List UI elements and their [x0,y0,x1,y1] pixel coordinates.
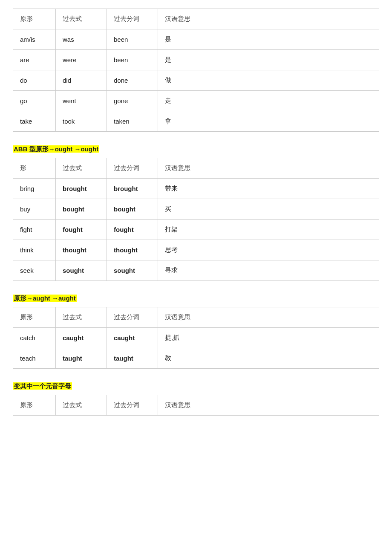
cell-guoqu-strong: fought [63,226,83,233]
col-header-guoqu: 过去式 [56,395,107,416]
table-header-row: 原形 过去式 过去分词 汉语意思 [13,307,379,328]
col-header-yuanxing: 原形 [13,9,56,29]
cell-guoqu-strong: thought [63,246,86,254]
cell-yuanxing: buy [13,199,56,220]
table-header-row: 原形 过去式 过去分词 汉语意思 [13,395,379,416]
section-title-vowel: 变其中一个元音字母 [13,382,379,390]
cell-guoqu-strong: taught [63,355,82,362]
col-header-guoqu: 过去式 [56,307,107,328]
cell-guoqu: thought [56,240,107,260]
cell-hanyu: 拿 [158,111,379,132]
cell-guoqufen-strong: caught [114,334,135,341]
col-header-hanyu: 汉语意思 [158,9,379,29]
cell-guoqufen: done [107,70,158,91]
cell-guoqufen: caught [107,328,158,348]
title-highlight-aught: 原形→aught →aught [13,295,77,302]
cell-guoqu: took [56,111,107,132]
cell-hanyu: 寻求 [158,260,379,281]
cell-guoqu: sought [56,260,107,281]
cell-hanyu: 思考 [158,240,379,260]
section-abb-ought: ABB 型原形→ought →ought 形 过去式 过去分词 汉语意思 bri… [13,145,379,281]
cell-hanyu: 是 [158,29,379,50]
cell-hanyu: 走 [158,91,379,111]
col-header-guoqu: 过去式 [56,158,107,179]
table-row: are were been 是 [13,50,379,70]
cell-guoqufen: been [107,50,158,70]
cell-guoqu-strong: brought [63,185,87,192]
cell-guoqu: was [56,29,107,50]
table-basic-verbs: 原形 过去式 过去分词 汉语意思 am/is was been 是 are we… [13,9,379,132]
cell-yuanxing: think [13,240,56,260]
cell-hanyu: 带来 [158,179,379,199]
cell-guoqu: were [56,50,107,70]
table-aught: 原形 过去式 过去分词 汉语意思 catch caught caught 捉,抓… [13,307,379,369]
cell-guoqu: bought [56,199,107,220]
cell-hanyu: 是 [158,50,379,70]
table-row: do did done 做 [13,70,379,91]
col-header-guoqufen: 过去分词 [107,9,158,29]
table-row: seek sought sought 寻求 [13,260,379,281]
cell-hanyu: 打架 [158,220,379,240]
table-row: teach taught taught 教 [13,348,379,369]
cell-guoqufen: been [107,29,158,50]
table-row: am/is was been 是 [13,29,379,50]
cell-guoqufen: taken [107,111,158,132]
section-title-aught: 原形→aught →aught [13,294,379,303]
table-row: fight fought fought 打架 [13,220,379,240]
table-header-row: 形 过去式 过去分词 汉语意思 [13,158,379,179]
table-row: buy bought bought 买 [13,199,379,220]
title-highlight-vowel: 变其中一个元音字母 [13,382,72,390]
col-header-guoqufen: 过去分词 [107,395,158,416]
table-row: take took taken 拿 [13,111,379,132]
cell-guoqu-strong: bought [63,205,84,213]
cell-hanyu: 教 [158,348,379,369]
cell-guoqufen-strong: thought [114,246,138,254]
table-vowel-change: 原形 过去式 过去分词 汉语意思 [13,395,379,416]
col-header-guoqufen: 过去分词 [107,158,158,179]
cell-yuanxing: do [13,70,56,91]
col-header-yuanxing: 原形 [13,307,56,328]
cell-guoqu-strong: caught [63,334,84,341]
cell-guoqufen-strong: taught [114,355,133,362]
cell-guoqu: caught [56,328,107,348]
cell-guoqufen-strong: bought [114,205,135,213]
cell-yuanxing: bring [13,179,56,199]
cell-guoqufen-strong: fought [114,226,134,233]
cell-guoqu: brought [56,179,107,199]
cell-guoqu: did [56,70,107,91]
col-header-xing: 形 [13,158,56,179]
cell-guoqufen: fought [107,220,158,240]
cell-guoqufen: brought [107,179,158,199]
col-header-hanyu: 汉语意思 [158,307,379,328]
cell-hanyu: 做 [158,70,379,91]
cell-guoqufen: sought [107,260,158,281]
cell-guoqufen: taught [107,348,158,369]
cell-guoqu: fought [56,220,107,240]
cell-yuanxing: are [13,50,56,70]
cell-guoqufen: gone [107,91,158,111]
cell-guoqu: went [56,91,107,111]
table-row: go went gone 走 [13,91,379,111]
cell-yuanxing: go [13,91,56,111]
cell-yuanxing: catch [13,328,56,348]
col-header-guoqu: 过去式 [56,9,107,29]
cell-guoqufen-strong: sought [114,267,135,274]
table-header-row: 原形 过去式 过去分词 汉语意思 [13,9,379,29]
table-abb-ought: 形 过去式 过去分词 汉语意思 bring brought brought 带来… [13,158,379,281]
cell-guoqu: taught [56,348,107,369]
cell-yuanxing: seek [13,260,56,281]
section-aught: 原形→aught →aught 原形 过去式 过去分词 汉语意思 catch c… [13,294,379,369]
cell-guoqufen: bought [107,199,158,220]
cell-yuanxing: teach [13,348,56,369]
table-row: bring brought brought 带来 [13,179,379,199]
col-header-hanyu: 汉语意思 [158,158,379,179]
cell-yuanxing: take [13,111,56,132]
section-basic-verbs: 原形 过去式 过去分词 汉语意思 am/is was been 是 are we… [13,9,379,132]
col-header-hanyu: 汉语意思 [158,395,379,416]
cell-hanyu: 捉,抓 [158,328,379,348]
cell-guoqu-strong: sought [63,267,84,274]
cell-yuanxing: fight [13,220,56,240]
col-header-yuanxing: 原形 [13,395,56,416]
cell-guoqufen-strong: brought [114,185,138,192]
table-row: think thought thought 思考 [13,240,379,260]
